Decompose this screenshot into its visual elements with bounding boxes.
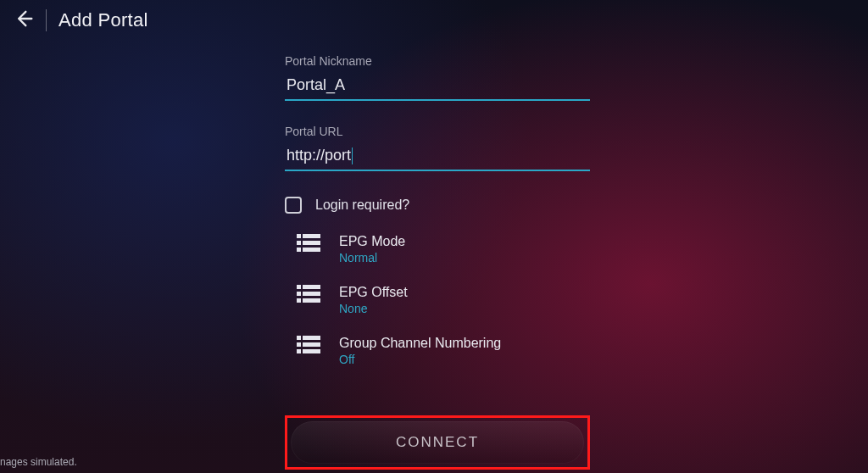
- connect-button-label: CONNECT: [396, 434, 479, 451]
- option-epg-offset[interactable]: EPG Offset None: [285, 285, 590, 315]
- svg-rect-1: [303, 234, 320, 238]
- back-arrow-icon: [12, 7, 36, 34]
- svg-rect-2: [297, 241, 301, 245]
- svg-rect-7: [303, 285, 320, 289]
- option-value: None: [339, 302, 408, 315]
- connect-highlight-box: CONNECT: [285, 415, 590, 470]
- option-title: Group Channel Numbering: [339, 336, 501, 351]
- connect-button[interactable]: CONNECT: [291, 421, 584, 464]
- checkbox-icon: [285, 197, 302, 214]
- header-divider: [46, 9, 47, 31]
- svg-rect-11: [303, 298, 320, 303]
- text-cursor-icon: [352, 147, 353, 164]
- svg-rect-9: [303, 292, 320, 296]
- svg-rect-5: [303, 248, 320, 252]
- svg-rect-14: [297, 342, 301, 347]
- url-input[interactable]: [285, 142, 590, 171]
- option-title: EPG Offset: [339, 285, 408, 300]
- option-group-channel-numbering[interactable]: Group Channel Numbering Off: [285, 336, 590, 366]
- grid-icon: [297, 285, 320, 303]
- svg-rect-16: [297, 349, 301, 353]
- header-bar: Add Portal: [0, 0, 868, 41]
- option-value: Off: [339, 353, 501, 366]
- option-epg-mode[interactable]: EPG Mode Normal: [285, 234, 590, 264]
- option-title: EPG Mode: [339, 234, 405, 249]
- svg-rect-8: [297, 292, 301, 296]
- nickname-label: Portal Nickname: [285, 54, 590, 68]
- svg-rect-0: [297, 234, 301, 238]
- svg-rect-17: [303, 349, 320, 353]
- url-label: Portal URL: [285, 125, 590, 138]
- svg-rect-10: [297, 298, 301, 303]
- svg-rect-12: [297, 336, 301, 340]
- back-button[interactable]: [7, 3, 41, 37]
- svg-rect-6: [297, 285, 301, 289]
- add-portal-form: Portal Nickname Portal URL Login require…: [285, 51, 590, 366]
- footer-note: nages simulated.: [0, 456, 77, 468]
- svg-rect-13: [303, 336, 320, 340]
- svg-rect-15: [303, 342, 320, 347]
- login-required-label: Login required?: [315, 198, 409, 213]
- svg-rect-4: [297, 248, 301, 252]
- grid-icon: [297, 336, 320, 354]
- svg-rect-3: [303, 241, 320, 245]
- page-title: Add Portal: [58, 9, 148, 31]
- login-required-toggle[interactable]: Login required?: [285, 197, 590, 214]
- grid-icon: [297, 234, 320, 253]
- option-value: Normal: [339, 251, 405, 264]
- nickname-input[interactable]: [285, 71, 590, 101]
